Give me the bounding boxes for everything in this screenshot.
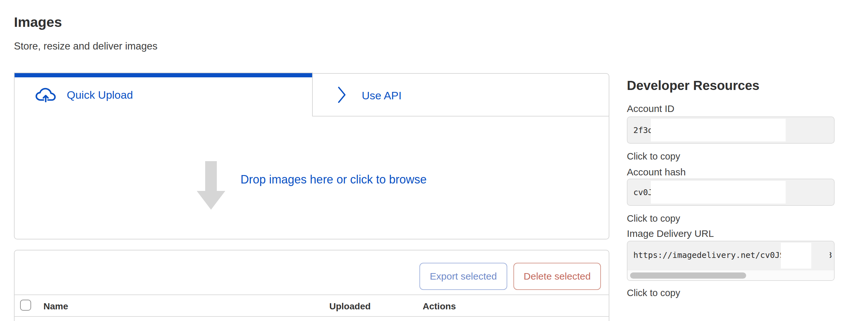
redaction-mask (651, 119, 786, 141)
horizontal-scrollbar (627, 270, 834, 281)
account-hash-field[interactable]: cv0J (627, 179, 835, 206)
account-id-field[interactable]: 2f3d (627, 116, 835, 144)
image-delivery-url-field[interactable]: https://imagedelivery.net/cv0JSj 3 (627, 241, 835, 281)
redaction-mask (781, 243, 811, 269)
down-arrow-icon-head (197, 191, 225, 210)
image-delivery-url-copy-hint: Click to copy (627, 287, 680, 298)
redaction-mask (651, 181, 786, 204)
tab-quick-upload[interactable]: Quick Upload (14, 73, 312, 116)
divider (14, 294, 609, 295)
column-header-name: Name (43, 301, 68, 312)
developer-resources-title: Developer Resources (627, 78, 760, 93)
account-id-value: 2f3d (633, 126, 653, 135)
dropzone-label: Drop images here or click to browse (241, 172, 427, 187)
account-hash-label: Account hash (627, 166, 686, 178)
redacted-tail-glyph: 3 (830, 250, 833, 261)
export-selected-button[interactable]: Export selected (420, 263, 507, 290)
column-header-uploaded: Uploaded (329, 301, 371, 312)
delete-selected-button[interactable]: Delete selected (514, 263, 601, 290)
divider (14, 316, 609, 317)
column-header-actions: Actions (423, 301, 456, 312)
page-title: Images (14, 14, 62, 30)
horizontal-scrollbar-thumb[interactable] (630, 273, 746, 279)
account-id-copy-hint: Click to copy (627, 151, 680, 162)
select-all-checkbox[interactable] (20, 300, 31, 311)
down-arrow-icon (205, 161, 217, 191)
account-id-label: Account ID (627, 103, 675, 114)
image-delivery-url-value: https://imagedelivery.net/cv0JSj (633, 250, 789, 260)
tab-use-api[interactable]: Use API (312, 73, 609, 116)
image-list-card: Export selected Delete selected Name Upl… (14, 250, 609, 321)
cloud-upload-icon (35, 87, 56, 103)
image-delivery-url-label: Image Delivery URL (627, 228, 714, 240)
chevron-right-icon (336, 85, 347, 104)
page-subtitle: Store, resize and deliver images (14, 40, 157, 52)
developer-resources-panel: Developer Resources Account ID 2f3d Clic… (627, 0, 847, 321)
images-page: Images Store, resize and deliver images … (0, 0, 868, 321)
active-tab-accent-bar (14, 73, 312, 77)
account-hash-copy-hint: Click to copy (627, 213, 680, 224)
account-hash-value: cv0J (633, 188, 653, 197)
dropzone[interactable]: Drop images here or click to browse (14, 116, 609, 240)
tab-quick-upload-label: Quick Upload (67, 89, 133, 101)
tab-use-api-label: Use API (362, 89, 402, 102)
